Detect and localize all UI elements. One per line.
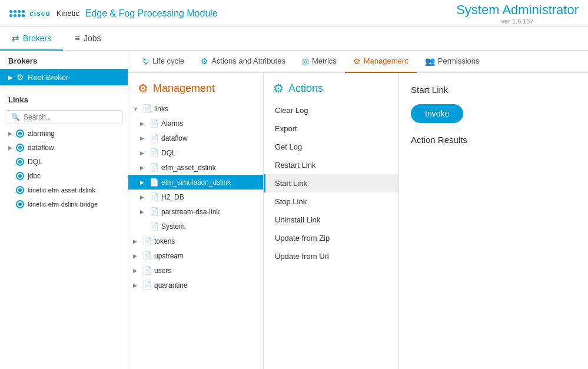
header-left: cisco Kinetic Edge & Fog Processing Modu… [9,8,218,19]
actions-panel-icon: ⚙ [273,81,284,95]
tab-metrics[interactable]: ◎ Metrics [294,51,345,73]
tab-jobs[interactable]: ≡ Jobs [63,27,112,51]
system-file-icon: 📄 [150,222,159,231]
tree-item-h2-db[interactable]: ▶ 📄 H2_DB [128,190,263,204]
h2db-label: H2_DB [161,193,184,201]
quarantine-file-icon: 📄 [142,281,152,290]
action-restart-link[interactable]: Restart Link [264,156,398,174]
tree-item-efm-asset[interactable]: ▶ 📄 efm_asset_dslink [128,160,263,175]
cisco-label: cisco [29,9,51,18]
tree-item-system[interactable]: ▶ 📄 System [128,219,263,234]
kinetic-label: Kinetic [57,9,79,18]
h2db-tree-arrow: ▶ [140,194,147,200]
sidebar-item-root-broker[interactable]: ▶ ⚙ Root Broker [0,69,128,85]
links-folder-icon: 📄 [142,104,152,113]
search-input[interactable] [24,113,117,121]
header-right: System Administrator ver 1.6.157 [456,2,579,25]
alarms-tree-arrow: ▶ [140,121,147,127]
tab-jobs-label: Jobs [84,34,101,43]
upstream-file-icon: 📄 [142,251,152,260]
metrics-icon: ◎ [302,56,309,66]
tree-item-tokens[interactable]: ▶ 📄 tokens [128,234,263,248]
users-file-icon: 📄 [142,266,152,275]
link-item-kinetic-efm-asset[interactable]: ▶ kinetic-efm-asset-dslink [0,183,128,197]
link-item-dql[interactable]: ▶ DQL [0,155,128,169]
tab-management[interactable]: ⚙ Management [345,51,417,73]
actions-attr-icon: ⚙ [201,56,208,66]
dql-dot [16,158,24,166]
users-label: users [154,267,171,275]
dataflow-arrow: ▶ [8,145,12,151]
alarms-label: Alarms [161,119,183,128]
update-from-zip-label: Update from Zip [275,234,330,242]
actions-panel: ⚙ Actions Clear Log Export Get Log Resta… [264,73,399,369]
actions-panel-text: Actions [288,82,323,95]
start-link-title: Start Link [411,85,576,95]
tab-lifecycle[interactable]: ↻ Life cycle [134,51,192,73]
tab-metrics-label: Metrics [312,56,337,65]
management-icon: ⚙ [353,56,361,66]
management-panel: ⚙ Management ▼ 📄 links ▶ 📄 Alarms ▶ 📄 [128,73,264,369]
alarming-label: alarming [28,129,55,138]
tree-item-users[interactable]: ▶ 📄 users [128,263,263,278]
get-log-label: Get Log [275,142,302,151]
header: cisco Kinetic Edge & Fog Processing Modu… [0,0,588,27]
action-clear-log[interactable]: Clear Log [264,101,398,119]
action-stop-link[interactable]: Stop Link [264,192,398,211]
link-item-dataflow[interactable]: ▶ dataflow [0,141,128,155]
quarantine-tree-arrow: ▶ [133,282,140,288]
action-update-from-url[interactable]: Update from Url [264,247,398,265]
tab-brokers[interactable]: ⇄ Brokers [0,27,63,51]
tab-actions-attributes-label: Actions and Attributes [211,56,285,65]
right-panel: Start Link Invoke Action Results [399,73,588,369]
cisco-logo: cisco [9,9,51,18]
tree-item-upstream[interactable]: ▶ 📄 upstream [128,248,263,263]
action-start-link[interactable]: Start Link [264,174,398,192]
action-get-log[interactable]: Get Log [264,138,398,156]
root-broker-label: Root Broker [28,73,68,82]
tree-item-efm-simulation[interactable]: ▶ 📄 efm_simulation_dslink [128,175,263,190]
search-box[interactable]: 🔍 [5,110,123,124]
link-item-alarming[interactable]: ▶ alarming [0,127,128,141]
top-tabs: ⇄ Brokers ≡ Jobs [0,27,588,51]
tree-item-alarms[interactable]: ▶ 📄 Alarms [128,116,263,131]
invoke-button[interactable]: Invoke [411,104,463,123]
action-uninstall-link[interactable]: Uninstall Link [264,211,398,229]
tab-actions-attributes[interactable]: ⚙ Actions and Attributes [192,51,294,73]
efm-asset-file-icon: 📄 [150,163,159,172]
kinetic-efm-asset-dot [16,186,24,194]
management-panel-icon: ⚙ [138,81,148,95]
app-title: Edge & Fog Processing Module [85,8,218,19]
quarantine-label: quarantine [154,281,188,290]
links-header: Links [0,91,128,108]
clear-log-label: Clear Log [275,106,308,115]
main-layout: Brokers ▶ ⚙ Root Broker Links 🔍 ▶ alarmi… [0,51,588,369]
kinetic-efm-bridge-dot [16,200,24,208]
link-item-kinetic-efm-dslink-bridge[interactable]: ▶ kinetic-efm-dslink-bridge [0,197,128,211]
action-update-from-zip[interactable]: Update from Zip [264,229,398,247]
root-broker-icon: ⚙ [16,72,24,82]
root-broker-arrow: ▶ [8,74,13,81]
update-from-url-label: Update from Url [275,252,329,261]
tree-item-links[interactable]: ▼ 📄 links [128,101,263,116]
panels: ⚙ Management ▼ 📄 links ▶ 📄 Alarms ▶ 📄 [128,73,588,369]
upstream-tree-arrow: ▶ [133,253,140,259]
tab-permissions[interactable]: 👥 Permissions [417,51,488,73]
action-export[interactable]: Export [264,119,398,138]
tree-item-dql[interactable]: ▶ 📄 DQL [128,145,263,160]
action-results-title: Action Results [411,135,576,145]
dataflow-dot [16,144,24,152]
efm-sim-file-icon: 📄 [150,178,159,187]
alarming-arrow: ▶ [8,131,12,137]
brokers-section-header: Brokers [0,51,128,69]
alarms-file-icon: 📄 [150,119,159,128]
tree-item-parstream[interactable]: ▶ 📄 parstream-dsa-link [128,204,263,219]
search-icon: 🔍 [11,113,20,121]
link-item-jdbc[interactable]: ▶ jdbc [0,169,128,183]
system-label: System [161,222,185,231]
stop-link-label: Stop Link [275,197,307,206]
dataflow-file-icon: 📄 [150,134,159,142]
tree-item-dataflow[interactable]: ▶ 📄 dataflow [128,131,263,145]
tab-permissions-label: Permissions [438,56,480,65]
tree-item-quarantine[interactable]: ▶ 📄 quarantine [128,278,263,292]
